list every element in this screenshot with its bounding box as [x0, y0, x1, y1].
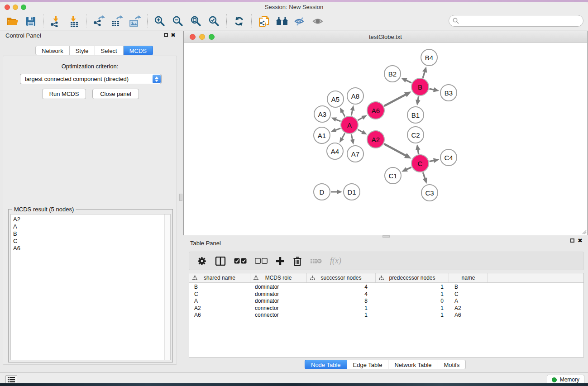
mcds-result-item[interactable]: A6 [13, 245, 170, 252]
criterion-select[interactable]: largest connected component (directed) [20, 74, 162, 84]
mcds-result-item[interactable]: C [13, 238, 170, 245]
graph-edge-A6-B[interactable] [384, 95, 406, 106]
graph-node-A8[interactable]: A8 [347, 87, 364, 105]
zoom-fit-icon[interactable] [189, 14, 203, 28]
table-options-gear-icon[interactable] [197, 254, 207, 268]
graph-node-C1[interactable]: C1 [384, 167, 402, 184]
network-zoom-button[interactable] [209, 34, 215, 40]
graph-node-D[interactable]: D [313, 183, 330, 200]
graph-edge-A-A2[interactable] [358, 129, 363, 132]
graph-edge-A-A7[interactable] [351, 134, 353, 140]
graph-node-C[interactable]: C [411, 154, 429, 172]
select-all-checks-icon[interactable] [234, 254, 247, 268]
tab-mcds[interactable]: MCDS [124, 46, 153, 55]
table-row[interactable]: A2 connector 1 1 A2 [189, 305, 583, 312]
vertical-splitter-handle[interactable] [179, 194, 182, 201]
refresh-view-icon[interactable] [232, 14, 246, 28]
add-column-icon[interactable] [276, 254, 285, 268]
tab-motifs[interactable]: Motifs [438, 360, 466, 369]
tab-node-table[interactable]: Node Table [305, 360, 347, 369]
graph-node-C2[interactable]: C2 [407, 126, 424, 143]
network-canvas[interactable]: AA1A2A3A4A5A6A7A8BB1B2B3B4CC1C2C3C4DD1 [184, 43, 587, 235]
tab-network[interactable]: Network [35, 46, 70, 55]
network-close-button[interactable] [190, 34, 196, 40]
zoom-window-button[interactable] [21, 5, 26, 10]
result-scrollbar[interactable] [164, 214, 170, 360]
control-panel-close-icon[interactable]: ✖ [171, 33, 176, 38]
mcds-result-item[interactable]: B [13, 230, 170, 238]
column-header-shared-name[interactable]: shared name [189, 273, 250, 282]
graph-edge-A-A3[interactable] [335, 119, 340, 121]
graph-edge-A-A8[interactable] [351, 110, 353, 115]
tab-network-table[interactable]: Network Table [388, 360, 438, 369]
table-row[interactable]: A dominator 8 0 A [189, 298, 583, 305]
graph-edge-B-B3[interactable] [430, 89, 434, 90]
column-header-name[interactable]: name [449, 273, 488, 282]
column-header-successor-nodes[interactable]: successor nodes [307, 273, 376, 282]
graph-node-A4[interactable]: A4 [326, 143, 344, 160]
table-row[interactable]: B dominator 4 1 B [189, 284, 583, 291]
graph-edge-B-B2[interactable] [406, 80, 411, 83]
deselect-all-checks-icon[interactable] [255, 254, 268, 268]
show-all-icon[interactable] [311, 14, 325, 28]
graph-edge-C-C1[interactable] [406, 167, 411, 170]
import-network-icon[interactable] [49, 14, 62, 28]
clone-network-icon[interactable] [257, 14, 271, 28]
horizontal-splitter-handle[interactable] [382, 235, 390, 238]
close-window-button[interactable] [5, 5, 10, 10]
graph-edge-A-A6[interactable] [358, 118, 363, 120]
graph-node-B1[interactable]: B1 [407, 106, 424, 124]
graph-edge-A-A4[interactable] [342, 133, 345, 138]
graph-edge-A-A1[interactable] [335, 128, 341, 130]
save-session-icon[interactable] [24, 14, 38, 28]
function-builder-icon[interactable]: f(x) [330, 254, 341, 268]
tab-style[interactable]: Style [70, 46, 95, 55]
table-row[interactable]: C dominator 4 1 C [189, 291, 583, 298]
graph-edge-A-A5[interactable] [342, 112, 345, 117]
minimize-window-button[interactable] [13, 5, 18, 10]
delete-column-icon[interactable] [293, 254, 302, 268]
delete-table-icon[interactable] [310, 254, 322, 268]
tab-edge-table[interactable]: Edge Table [347, 360, 389, 369]
graph-node-B3[interactable]: B3 [440, 84, 457, 101]
column-header-mcds-role[interactable]: MCDS role [250, 273, 307, 282]
resize-grip-icon[interactable] [581, 229, 587, 234]
table-panel-close-icon[interactable]: ✖ [578, 238, 583, 243]
graph-node-A6[interactable]: A6 [367, 101, 385, 119]
graph-edge-C-C2[interactable] [418, 149, 419, 154]
search-input[interactable] [449, 15, 583, 27]
graph-edge-C-C4[interactable] [430, 161, 434, 162]
mcds-result-items[interactable]: A2ABCA6 [11, 214, 170, 252]
table-panel-float-icon[interactable] [570, 238, 574, 243]
graph-edge-B-B4[interactable] [423, 71, 425, 78]
graph-edge-A2-C[interactable] [384, 144, 406, 156]
graph-node-A[interactable]: A [340, 116, 359, 134]
tab-select[interactable]: Select [95, 46, 124, 55]
hide-selected-icon[interactable] [293, 14, 307, 28]
graph-node-C3[interactable]: C3 [421, 184, 438, 201]
task-history-button[interactable] [5, 375, 17, 384]
graph-node-A1[interactable]: A1 [313, 127, 330, 144]
table-row[interactable]: A6 connector 1 1 A6 [189, 312, 583, 319]
export-table-icon[interactable] [110, 14, 124, 28]
graph-node-C4[interactable]: C4 [440, 149, 457, 166]
column-header-predecessor-nodes[interactable]: predecessor nodes [376, 273, 449, 282]
network-minimize-button[interactable] [199, 34, 205, 40]
mcds-result-item[interactable]: A [13, 223, 170, 230]
zoom-in-icon[interactable] [153, 14, 167, 28]
export-network-icon[interactable] [92, 14, 105, 28]
graph-node-B4[interactable]: B4 [421, 49, 438, 66]
import-table-icon[interactable] [67, 14, 81, 28]
graph-node-A3[interactable]: A3 [314, 105, 331, 123]
network-window-titlebar[interactable]: testGlobe.txt [184, 31, 587, 43]
graph-node-A7[interactable]: A7 [347, 145, 364, 162]
mcds-result-item[interactable]: A2 [13, 216, 170, 223]
graph-node-A5[interactable]: A5 [327, 91, 344, 108]
graph-node-B[interactable]: B [411, 78, 429, 96]
apply-layout-icon[interactable] [275, 14, 289, 28]
graph-node-A2[interactable]: A2 [367, 130, 385, 148]
export-image-icon[interactable] [128, 14, 142, 28]
show-column-icon[interactable] [215, 254, 226, 268]
graph-node-D1[interactable]: D1 [343, 183, 360, 200]
run-mcds-button[interactable]: Run MCDS [42, 89, 86, 99]
